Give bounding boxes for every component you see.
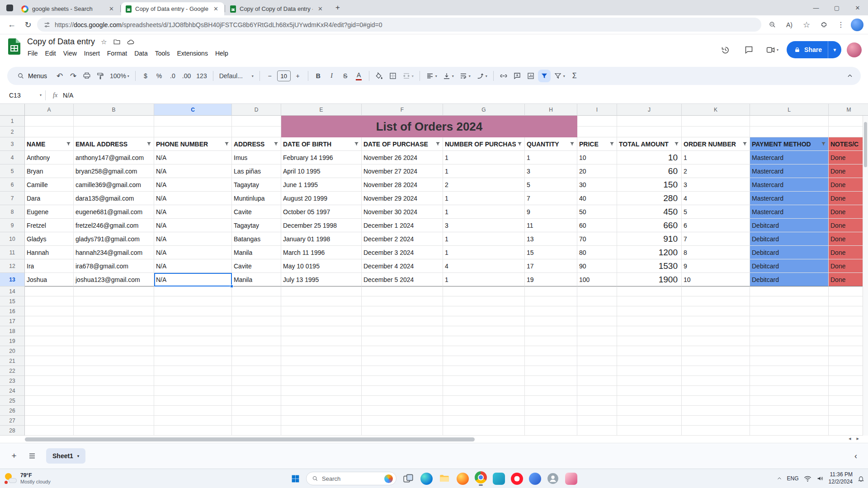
cell-C27[interactable] xyxy=(154,416,232,426)
cell-A1[interactable] xyxy=(25,116,74,127)
cell-M21[interactable] xyxy=(829,356,868,366)
cell-C5[interactable]: N/A xyxy=(154,164,232,178)
filter-icon[interactable] xyxy=(66,141,71,147)
cell-B14[interactable] xyxy=(74,286,154,296)
row-header-2[interactable]: 2 xyxy=(0,127,25,137)
cell-F28[interactable] xyxy=(362,426,443,436)
horizontal-align-icon[interactable]: ▾ xyxy=(424,70,439,82)
column-header-J[interactable]: J xyxy=(617,104,682,116)
cell-L6[interactable]: Mastercard xyxy=(750,178,829,192)
cell-B7[interactable]: dara135@gmail.com xyxy=(74,192,154,205)
url-input[interactable]: https://docs.google.com/spreadsheets/d/1… xyxy=(37,18,761,32)
cell-H24[interactable] xyxy=(525,386,577,396)
cell-L10[interactable]: Debitcard xyxy=(750,232,829,246)
row-header-1[interactable]: 1 xyxy=(0,116,25,127)
cell-G4[interactable]: 1 xyxy=(443,151,525,164)
cell-J20[interactable] xyxy=(617,346,682,356)
cell-L26[interactable] xyxy=(750,406,829,416)
cell-K11[interactable]: 8 xyxy=(682,246,750,259)
row-header-11[interactable]: 11 xyxy=(0,246,25,259)
cell-D18[interactable] xyxy=(232,326,281,336)
cell-E28[interactable] xyxy=(281,426,362,436)
refresh-icon[interactable]: ↻ xyxy=(21,18,35,32)
cell-K12[interactable]: 9 xyxy=(682,259,750,273)
cell-C4[interactable]: N/A xyxy=(154,151,232,164)
cell-I14[interactable] xyxy=(577,286,617,296)
row-header-28[interactable]: 28 xyxy=(0,426,25,436)
cell-K9[interactable]: 6 xyxy=(682,219,750,232)
functions-button[interactable]: Σ xyxy=(568,70,581,82)
cell-L4[interactable]: Mastercard xyxy=(750,151,829,164)
filter-icon[interactable] xyxy=(609,141,615,147)
cell-B25[interactable] xyxy=(74,396,154,406)
strikethrough-button[interactable]: S xyxy=(339,70,352,82)
cell-K5[interactable]: 2 xyxy=(682,164,750,178)
cell-L23[interactable] xyxy=(750,376,829,386)
cell-K24[interactable] xyxy=(682,386,750,396)
cell-E24[interactable] xyxy=(281,386,362,396)
cell-M16[interactable] xyxy=(829,306,868,316)
cell-L9[interactable]: Debitcard xyxy=(750,219,829,232)
hidden-icons-chevron-icon[interactable] xyxy=(777,476,782,481)
number-format-button[interactable]: 123 xyxy=(194,70,209,82)
cell-L28[interactable] xyxy=(750,426,829,436)
cell-M7[interactable]: Done xyxy=(829,192,868,205)
undo-icon[interactable]: ↶ xyxy=(53,70,66,82)
cell-I9[interactable]: 60 xyxy=(577,219,617,232)
cell-M14[interactable] xyxy=(829,286,868,296)
row-header-23[interactable]: 23 xyxy=(0,376,25,386)
cell-K10[interactable]: 7 xyxy=(682,232,750,246)
cell-F23[interactable] xyxy=(362,376,443,386)
cell-I2[interactable] xyxy=(577,127,617,137)
row-header-15[interactable]: 15 xyxy=(0,296,25,306)
cell-L16[interactable] xyxy=(750,306,829,316)
cell-J28[interactable] xyxy=(617,426,682,436)
cell-M26[interactable] xyxy=(829,406,868,416)
zoom-icon[interactable] xyxy=(765,18,779,32)
cell-D27[interactable] xyxy=(232,416,281,426)
browser-tab-data-entry[interactable]: Copy of Data entry - Google Shee... ✕ xyxy=(121,2,224,15)
redo-icon[interactable]: ↷ xyxy=(67,70,80,82)
cell-I25[interactable] xyxy=(577,396,617,406)
cell-H3[interactable]: QUANTITY xyxy=(525,137,577,151)
cell-G26[interactable] xyxy=(443,406,525,416)
cell-L1[interactable] xyxy=(750,116,829,127)
weather-widget[interactable]: 79°F Mostly cloudy xyxy=(5,472,51,485)
column-header-D[interactable]: D xyxy=(232,104,281,116)
row-header-27[interactable]: 27 xyxy=(0,416,25,426)
taskbar-search-input[interactable]: Search xyxy=(306,472,396,485)
cell-C8[interactable]: N/A xyxy=(154,205,232,219)
cell-C22[interactable] xyxy=(154,366,232,376)
cell-B2[interactable] xyxy=(74,127,154,137)
cell-I4[interactable]: 10 xyxy=(577,151,617,164)
cell-C23[interactable] xyxy=(154,376,232,386)
row-header-12[interactable]: 12 xyxy=(0,259,25,273)
cell-G5[interactable]: 1 xyxy=(443,164,525,178)
cell-A22[interactable] xyxy=(25,366,74,376)
cell-H9[interactable]: 11 xyxy=(525,219,577,232)
cell-K18[interactable] xyxy=(682,326,750,336)
cell-C2[interactable] xyxy=(154,127,232,137)
cell-M2[interactable] xyxy=(829,127,868,137)
cell-E17[interactable] xyxy=(281,316,362,326)
row-header-25[interactable]: 25 xyxy=(0,396,25,406)
cell-L14[interactable] xyxy=(750,286,829,296)
cell-F27[interactable] xyxy=(362,416,443,426)
cell-H26[interactable] xyxy=(525,406,577,416)
cell-L3[interactable]: PAYMENT METHOD xyxy=(750,137,829,151)
cell-K26[interactable] xyxy=(682,406,750,416)
cell-H5[interactable]: 3 xyxy=(525,164,577,178)
cell-J24[interactable] xyxy=(617,386,682,396)
text-color-button[interactable]: A xyxy=(353,70,365,82)
cell-A27[interactable] xyxy=(25,416,74,426)
cell-H21[interactable] xyxy=(525,356,577,366)
cell-B16[interactable] xyxy=(74,306,154,316)
cell-G17[interactable] xyxy=(443,316,525,326)
vertical-scrollbar[interactable] xyxy=(863,116,868,436)
cell-G10[interactable]: 1 xyxy=(443,232,525,246)
cell-I7[interactable]: 40 xyxy=(577,192,617,205)
filter-icon[interactable] xyxy=(224,141,230,147)
taskbar-clock[interactable]: 11:36 PM 12/2/2024 xyxy=(829,471,853,485)
cell-M24[interactable] xyxy=(829,386,868,396)
cell-M20[interactable] xyxy=(829,346,868,356)
